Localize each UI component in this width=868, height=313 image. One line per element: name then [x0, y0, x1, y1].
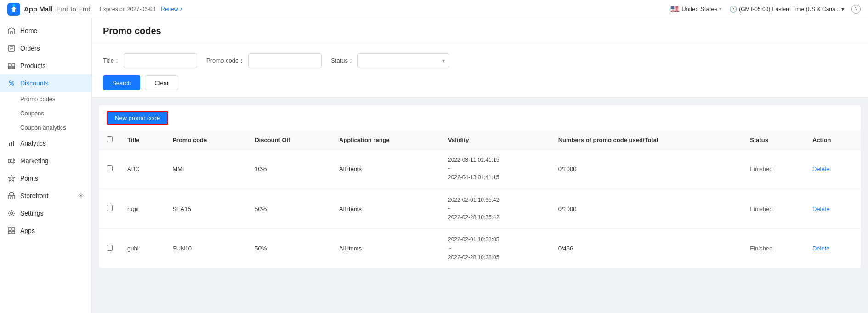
row-status: Finished [743, 189, 805, 229]
title-filter-label: Title： [103, 57, 120, 65]
page-header: Promo codes [92, 18, 868, 44]
svg-rect-6 [8, 64, 11, 67]
search-button[interactable]: Search [103, 75, 140, 90]
svg-rect-26 [8, 231, 11, 234]
sidebar-sub-coupon-analytics[interactable]: Coupon analytics [0, 120, 91, 135]
status-filter-select[interactable]: Active Finished Inactive [357, 53, 449, 68]
points-icon [7, 174, 16, 182]
sidebar-item-discounts[interactable]: Discounts [0, 74, 91, 92]
settings-icon [7, 209, 16, 217]
svg-rect-24 [8, 228, 11, 230]
sidebar-label-storefront: Storefront [20, 192, 48, 199]
sidebar-label-discounts: Discounts [20, 80, 48, 87]
table-row: ABC MMI 10% All items 2022-03-11 01:41:1… [99, 149, 861, 189]
row-status: Finished [743, 149, 805, 189]
delete-button[interactable]: Delete [812, 205, 830, 212]
row-checkbox[interactable] [107, 165, 113, 171]
svg-marker-20 [8, 175, 15, 181]
clock-icon: 🕐 [729, 6, 737, 13]
row-validity: 2022-03-11 01:41:15~2022-04-13 01:41:15 [441, 149, 551, 189]
svg-rect-25 [12, 228, 15, 230]
row-discount-off: 10% [247, 149, 332, 189]
filter-section: Title： Promo code： Status： Active Finish… [92, 44, 868, 98]
row-title: ABC [120, 149, 165, 189]
row-application-range: All items [332, 189, 441, 229]
region-selector[interactable]: 🇺🇸 United States ▾ [670, 5, 722, 13]
sidebar-item-storefront[interactable]: Storefront 👁 [0, 187, 91, 205]
col-used-total: Numbers of promo code used/Total [551, 131, 743, 149]
delete-button[interactable]: Delete [812, 245, 830, 252]
sidebar-label-points: Points [20, 175, 38, 182]
home-icon [7, 27, 16, 35]
main-content: Promo codes Title： Promo code： Status： [92, 18, 868, 313]
status-filter-label: Status： [331, 57, 354, 65]
sidebar-item-orders[interactable]: Orders [0, 40, 91, 57]
sidebar-label-orders: Orders [20, 45, 40, 52]
sidebar-sub-coupons[interactable]: Coupons [0, 106, 91, 120]
row-validity: 2022-02-01 10:35:42~2022-02-28 10:35:42 [441, 189, 551, 229]
timezone-selector[interactable]: 🕐 (GMT-05:00) Eastern Time (US & Cana...… [729, 6, 844, 13]
app-subtitle: End to End [57, 5, 91, 13]
delete-button[interactable]: Delete [812, 165, 830, 172]
region-chevron-icon: ▾ [719, 6, 722, 12]
table-row: guhi SUN10 50% All items 2022-02-01 10:3… [99, 229, 861, 268]
help-icon[interactable]: ? [851, 5, 861, 14]
sidebar: Home Orders Products Discounts Promo cod… [0, 18, 92, 313]
row-checkbox[interactable] [107, 245, 113, 251]
page-title: Promo codes [103, 26, 857, 36]
col-promo-code: Promo code [165, 131, 247, 149]
table-section: New promo code Title Promo code Discount… [99, 105, 861, 268]
row-action: Delete [805, 189, 861, 229]
col-status: Status [743, 131, 805, 149]
row-action: Delete [805, 149, 861, 189]
row-checkbox[interactable] [107, 205, 113, 211]
row-used-total: 0/1000 [551, 149, 743, 189]
row-discount-off: 50% [247, 229, 332, 268]
flag-icon: 🇺🇸 [670, 5, 680, 13]
sidebar-item-home[interactable]: Home [0, 22, 91, 40]
row-title: rugii [120, 189, 165, 229]
promo-code-filter-input[interactable] [248, 53, 322, 68]
row-application-range: All items [332, 229, 441, 268]
svg-rect-13 [9, 143, 10, 146]
sidebar-item-products[interactable]: Products [0, 57, 91, 74]
title-filter-field: Title： [103, 53, 197, 68]
row-promo-code: SUN10 [165, 229, 247, 268]
promo-code-filter-label: Promo code： [206, 57, 244, 65]
sidebar-item-analytics[interactable]: Analytics [0, 135, 91, 152]
header-right: 🇺🇸 United States ▾ 🕐 (GMT-05:00) Eastern… [670, 5, 861, 14]
col-discount-off: Discount Off [247, 131, 332, 149]
svg-rect-9 [12, 67, 15, 69]
sidebar-item-marketing[interactable]: Marketing [0, 152, 91, 170]
sidebar-label-home: Home [20, 27, 37, 34]
promo-codes-table: Title Promo code Discount Off Applicatio… [99, 131, 861, 268]
orders-icon [7, 44, 16, 52]
status-select-wrapper: Active Finished Inactive [357, 53, 449, 68]
renew-link[interactable]: Renew > [161, 6, 183, 12]
sidebar-sub-label-coupon-analytics: Coupon analytics [20, 124, 66, 131]
row-application-range: All items [332, 149, 441, 189]
svg-rect-15 [13, 141, 14, 146]
sidebar-label-products: Products [20, 62, 45, 69]
svg-point-10 [9, 81, 11, 83]
sidebar-item-settings[interactable]: Settings [0, 205, 91, 222]
sidebar-label-settings: Settings [20, 210, 44, 217]
sidebar-item-points[interactable]: Points [0, 170, 91, 187]
top-header: App Mall End to End Expires on 2027-06-0… [0, 0, 868, 18]
filter-btn-row: Search Clear [103, 75, 857, 90]
table-header-row: Title Promo code Discount Off Applicatio… [99, 131, 861, 149]
new-promo-code-button[interactable]: New promo code [107, 111, 168, 125]
sidebar-item-apps[interactable]: Apps [0, 222, 91, 239]
sidebar-sub-promo-codes[interactable]: Promo codes [0, 92, 91, 106]
apps-icon [7, 227, 16, 235]
marketing-icon [7, 157, 16, 165]
app-logo: App Mall End to End [7, 3, 91, 16]
app-logo-icon [7, 3, 20, 16]
eye-icon[interactable]: 👁 [78, 193, 84, 199]
title-filter-input[interactable] [124, 53, 197, 68]
table-body: ABC MMI 10% All items 2022-03-11 01:41:1… [99, 149, 861, 268]
svg-point-1 [12, 4, 15, 7]
clear-button[interactable]: Clear [145, 75, 178, 90]
select-all-checkbox[interactable] [107, 136, 113, 142]
row-discount-off: 50% [247, 189, 332, 229]
